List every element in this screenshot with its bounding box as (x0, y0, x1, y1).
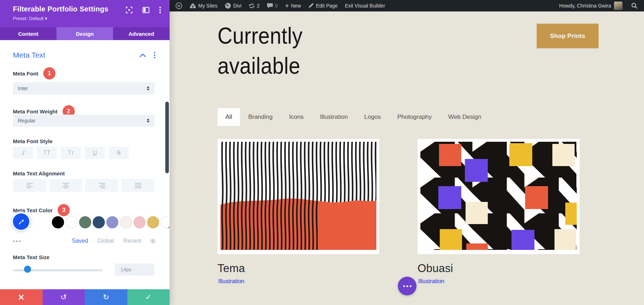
comments-menu[interactable]: 0 (263, 0, 282, 11)
search-icon (631, 3, 638, 9)
filter-tab-photography[interactable]: Photography (389, 108, 440, 126)
swatch-black[interactable] (52, 216, 64, 228)
color-settings-gear-icon[interactable] (150, 238, 156, 244)
swatch-pink[interactable] (133, 216, 146, 228)
exit-visual-builder-label: Exit Visual Builder (345, 3, 385, 9)
section-title-meta-text[interactable]: Meta Text (13, 51, 45, 59)
divi-gauge-icon (225, 3, 231, 9)
pencil-icon (308, 3, 314, 9)
global-colors-link[interactable]: Global (97, 238, 114, 244)
filter-tab-icons[interactable]: Icons (281, 108, 312, 126)
more-colors-button[interactable]: ••• (13, 238, 22, 244)
panel-tabs: Content Design Advanced (0, 27, 170, 40)
align-justify-button[interactable] (121, 179, 155, 192)
tab-design[interactable]: Design (57, 27, 113, 40)
project-category-obuasi[interactable]: Illustration (418, 278, 444, 285)
edit-page-menu[interactable]: Edit Page (304, 0, 341, 11)
strikethrough-button[interactable]: S (109, 147, 129, 159)
avatar (614, 1, 623, 10)
swatch-white[interactable] (65, 216, 78, 228)
filter-tab-all[interactable]: All (218, 108, 240, 126)
step-badge-1: 1 (43, 67, 55, 79)
account-menu[interactable]: Howdy, Christina Gwira (556, 0, 626, 11)
portfolio-filter-bar: All Branding Icons Illustration Logos Ph… (218, 108, 489, 126)
swatch-blush[interactable] (120, 216, 132, 228)
updates-icon (249, 3, 255, 9)
swatch-lavender[interactable] (106, 216, 118, 228)
tema-artwork (220, 142, 376, 250)
expand-modal-icon[interactable] (126, 6, 133, 14)
obuasi-artwork (420, 142, 577, 250)
my-sites-icon (190, 3, 196, 9)
swatch-none[interactable] (161, 216, 170, 228)
filter-tab-web-design[interactable]: Web Design (440, 108, 489, 126)
exit-visual-builder[interactable]: Exit Visual Builder (341, 0, 389, 11)
swatch-green[interactable] (79, 216, 91, 228)
align-left-button[interactable] (13, 179, 46, 192)
new-menu[interactable]: + New (282, 0, 305, 11)
meta-font-label: Meta Font 1 (13, 67, 55, 79)
dot-icon (406, 285, 408, 287)
meta-font-style-label: Meta Font Style (13, 138, 53, 144)
project-title-tema[interactable]: Tema (218, 262, 245, 275)
tab-content[interactable]: Content (0, 27, 57, 40)
filter-tab-branding[interactable]: Branding (240, 108, 281, 126)
divi-menu[interactable]: Divi (221, 0, 245, 11)
portfolio-card-tema[interactable] (218, 139, 379, 254)
portfolio-card-obuasi[interactable] (418, 139, 580, 254)
comments-icon (267, 3, 273, 9)
svg-text:W: W (177, 4, 181, 8)
page-preview: Currently available Shop Prints All Bran… (170, 11, 644, 305)
panel-body: Meta Text Meta Font 1 Inter Meta Font We… (0, 40, 170, 289)
module-options-button[interactable] (398, 277, 416, 295)
saved-colors-link[interactable]: Saved (72, 238, 88, 244)
preset-selector[interactable]: Preset: Default ▾ (13, 16, 170, 21)
my-sites-menu[interactable]: My Sites (186, 0, 221, 11)
edit-page-label: Edit Page (316, 3, 338, 9)
meta-font-weight-select[interactable]: Regular (13, 115, 155, 127)
redo-button[interactable]: ↻ (85, 289, 127, 305)
filter-tab-illustration[interactable]: Illustration (312, 108, 356, 126)
align-left-icon (26, 183, 33, 188)
project-title-obuasi[interactable]: Obuasi (418, 262, 453, 275)
panel-menu-kebab-icon[interactable] (159, 6, 161, 14)
swatch-navy[interactable] (93, 216, 105, 228)
eyedropper-current-color[interactable] (13, 213, 29, 230)
discard-button[interactable]: × (0, 289, 43, 305)
underline-button[interactable]: U (85, 147, 105, 159)
dot-icon (403, 285, 405, 287)
settings-panel: Filterable Portfolio Settings Preset: De… (0, 0, 170, 305)
meta-font-select[interactable]: Inter (13, 82, 155, 95)
page-title: Currently available (218, 21, 340, 81)
section-kebab-icon[interactable] (154, 52, 155, 58)
save-button[interactable]: ✓ (127, 289, 170, 305)
swatch-gold[interactable] (147, 216, 159, 228)
meta-text-size-input[interactable]: 14px (115, 263, 154, 276)
tab-advanced[interactable]: Advanced (113, 27, 170, 40)
wp-logo-menu[interactable]: W (172, 0, 186, 11)
select-caret-icon (147, 118, 150, 123)
updates-count: 2 (257, 3, 260, 9)
wordpress-logo-icon: W (175, 2, 182, 9)
small-caps-button[interactable]: Tᴛ (61, 147, 81, 159)
recent-colors-link[interactable]: Recent (123, 238, 141, 244)
align-justify-icon (135, 183, 141, 188)
italic-button[interactable]: I (13, 147, 33, 159)
undo-button[interactable]: ↺ (43, 289, 85, 305)
panel-layout-icon[interactable] (142, 7, 150, 13)
panel-action-bar: × ↺ ↻ ✓ (0, 289, 170, 305)
slider-handle[interactable] (24, 266, 31, 273)
collapse-section-chevron-icon[interactable] (140, 53, 146, 57)
search-button[interactable] (628, 0, 641, 11)
comments-count: 0 (275, 3, 278, 9)
align-center-button[interactable] (49, 179, 82, 192)
divi-label: Divi (233, 3, 241, 9)
project-category-tema[interactable]: Illustration (218, 278, 244, 285)
updates-menu[interactable]: 2 (245, 0, 263, 11)
align-right-button[interactable] (85, 179, 118, 192)
my-sites-label: My Sites (198, 3, 218, 9)
shop-prints-button[interactable]: Shop Prints (537, 24, 599, 48)
uppercase-button[interactable]: TT (37, 147, 57, 159)
panel-scrollbar[interactable] (165, 102, 169, 173)
filter-tab-logos[interactable]: Logos (356, 108, 389, 126)
